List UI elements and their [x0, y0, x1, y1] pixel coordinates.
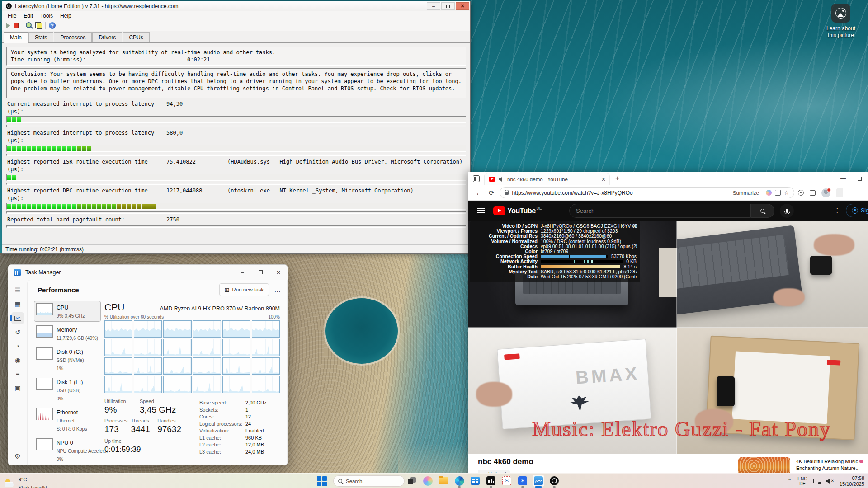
tab-cpus[interactable]: CPUs — [123, 32, 149, 42]
maximize-button[interactable] — [441, 2, 455, 10]
stats-close-button[interactable]: [X] — [632, 223, 637, 228]
start-button[interactable] — [316, 476, 327, 487]
volume-muted-icon[interactable]: × — [826, 479, 834, 484]
tab-audio-icon[interactable] — [499, 177, 504, 182]
new-tab-button[interactable]: + — [615, 174, 619, 183]
spotlight-desktop-icon[interactable]: Learn about this picture — [814, 4, 868, 39]
nav-services-icon[interactable]: ▣ — [11, 382, 24, 394]
password-profile-icon[interactable] — [798, 190, 804, 196]
youtube-menu-icon[interactable] — [477, 208, 485, 213]
youtube-more-icon[interactable]: ⋮ — [834, 207, 841, 214]
youtube-logo-icon[interactable] — [493, 206, 505, 215]
latencymon-titlebar[interactable]: LatencyMon (Home Edition ) v 7.31 - http… — [2, 1, 470, 11]
browser-maximize-button[interactable] — [858, 177, 862, 181]
detail-value: 960 KB — [245, 435, 262, 442]
address-bar[interactable]: https://www.youtube.com/watch?v=J-x8HPyQ… — [500, 187, 794, 198]
menu-help[interactable]: Help — [57, 12, 75, 20]
edge-button[interactable] — [453, 475, 465, 487]
copilot-icon[interactable] — [766, 190, 772, 196]
tab-drivers[interactable]: Drivers — [92, 32, 122, 42]
nav-app-history-icon[interactable]: ↺ — [11, 326, 24, 338]
taskbar-search[interactable]: Search — [333, 475, 405, 487]
tray-expand-icon[interactable]: ⌃ — [788, 478, 792, 484]
close-button[interactable]: ✕ — [269, 266, 288, 279]
language-indicator[interactable]: ENG DE — [797, 476, 807, 486]
audio-app-button[interactable] — [485, 475, 497, 487]
refresh-icon[interactable]: ⟳ — [489, 189, 495, 197]
task-manager-button[interactable] — [533, 475, 544, 487]
utility-app-button[interactable]: ✶ — [517, 475, 528, 487]
snipping-tool-button[interactable]: ✂ — [501, 475, 513, 487]
back-icon[interactable]: ← — [476, 189, 482, 197]
favorite-star-icon[interactable]: ☆ — [784, 189, 789, 196]
tab-close-icon[interactable]: ✕ — [601, 176, 606, 183]
voice-search-button[interactable] — [780, 204, 794, 218]
tab-processes[interactable]: Processes — [54, 32, 92, 42]
recommendation-title[interactable]: 4K Beautiful Relaxing Music Enchanting A… — [796, 458, 865, 472]
sidebar-item-npu[interactable]: NPU 0 NPU Compute Acceler... 0% — [34, 436, 101, 465]
nav-details-icon[interactable]: ≡ — [11, 368, 24, 380]
latencymon-button[interactable] — [548, 475, 560, 487]
utilization-value: 9% — [104, 404, 140, 415]
task-view-button[interactable] — [406, 475, 418, 487]
nav-startup-icon[interactable]: ◔ — [11, 340, 24, 352]
item-name: NPU 0 — [57, 440, 73, 446]
utilization-axis-label: % Utilization over 60 seconds — [104, 314, 164, 319]
sidebar-item-disk1[interactable]: Disk 1 (E:) USB (USB) 0% — [34, 375, 101, 404]
microsoft-store-button[interactable] — [469, 475, 481, 487]
bar-groove — [6, 225, 466, 228]
hand-shape — [773, 288, 805, 306]
menu-file[interactable]: File — [4, 12, 20, 20]
menu-edit[interactable]: Edit — [20, 12, 37, 20]
youtube-search-button[interactable] — [751, 204, 774, 218]
minimize-button[interactable]: – — [427, 2, 440, 10]
copy-report-icon[interactable] — [35, 22, 42, 29]
summarize-button[interactable]: Summarize — [733, 190, 759, 196]
help-icon[interactable]: ? — [49, 22, 56, 29]
nav-processes-icon[interactable]: ▦ — [11, 298, 24, 310]
detail-label: L1 cache: — [199, 435, 245, 442]
network-icon[interactable] — [813, 479, 820, 483]
copilot-button[interactable] — [422, 475, 434, 487]
profile-avatar[interactable] — [821, 188, 830, 197]
nav-performance-icon[interactable] — [11, 312, 24, 324]
sidebar-item-cpu[interactable]: CPU 9% 3,45 GHz — [34, 301, 101, 322]
metric-label: Highest measured interrupt to process la… — [7, 129, 166, 145]
sidebar-item-memory[interactable]: Memory 11,7/29,6 GB (40%) — [34, 323, 101, 344]
browser-tab[interactable]: nbc 4k60 demo - YouTube ✕ — [484, 173, 610, 185]
settings-gear-icon[interactable]: ⚙ — [8, 452, 27, 460]
split-screen-icon[interactable] — [775, 190, 781, 196]
collections-icon[interactable] — [810, 190, 816, 196]
browser-menu-icon[interactable] — [836, 188, 843, 197]
tab-actions-icon[interactable] — [473, 175, 480, 182]
more-options-button[interactable]: ... — [274, 286, 281, 293]
task-manager-titlebar[interactable]: Task Manager – ✕ — [8, 265, 288, 280]
file-explorer-button[interactable] — [438, 475, 449, 487]
performance-chart-icon — [14, 316, 21, 321]
menu-tools[interactable]: Tools — [37, 12, 57, 20]
youtube-search-input[interactable]: Search — [569, 204, 751, 218]
maximize-button[interactable] — [251, 266, 269, 279]
browser-minimize-button[interactable]: — — [840, 175, 846, 182]
sidebar-item-ethernet[interactable]: Ethernet Ethernet S: 0 R: 0 Kbps — [34, 406, 101, 435]
nav-users-icon[interactable]: ◉ — [11, 354, 24, 366]
sign-in-button[interactable]: Sign in — [846, 204, 868, 217]
url-text[interactable]: https://www.youtube.com/watch?v=J-x8HPyQ… — [512, 190, 733, 196]
sidebar-item-disk0[interactable]: Disk 0 (C:) SSD (NVMe) 1% — [34, 345, 101, 374]
run-new-task-button[interactable]: ⊞ Run new task — [219, 283, 269, 296]
stop-monitor-icon[interactable] — [14, 23, 19, 28]
minimize-button[interactable]: – — [233, 266, 251, 279]
tab-main[interactable]: Main — [4, 32, 28, 43]
close-button[interactable]: ✕ — [456, 2, 469, 10]
video-player[interactable]: BMAX Music: Elektro Guzzi - Fat Pony [X]… — [468, 221, 868, 454]
weather-widget[interactable]: 9°C Stark bewölkt — [5, 475, 47, 488]
cpu-core-graph-cell — [163, 320, 191, 338]
hamburger-menu-icon[interactable]: ☰ — [11, 284, 24, 296]
clock[interactable]: 07:58 15/10/2025 — [840, 475, 864, 487]
start-monitor-icon[interactable] — [6, 23, 10, 28]
metric-value: 1217,044088 — [166, 187, 227, 202]
youtube-wordmark[interactable]: YouTube — [507, 206, 536, 215]
picture-icon[interactable] — [831, 4, 850, 23]
analyze-icon[interactable] — [25, 22, 32, 29]
tab-stats[interactable]: Stats — [28, 32, 53, 42]
